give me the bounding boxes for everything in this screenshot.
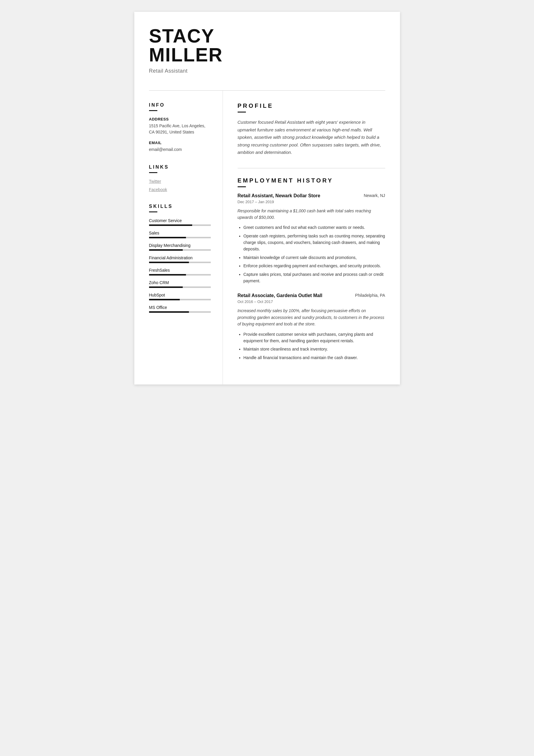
skills-title: SKILLS bbox=[149, 204, 211, 209]
job-location: Philadelphia, PA bbox=[355, 293, 385, 298]
employment-divider bbox=[238, 168, 385, 168]
job-header: Retail Assistant, Newark Dollar StoreNew… bbox=[238, 193, 385, 199]
link-item-twitter[interactable]: Twitter bbox=[149, 179, 211, 184]
links-list: TwitterFacebook bbox=[149, 179, 211, 192]
sidebar: INFO ADDRESS 1515 Pacific Ave, Los Angel… bbox=[134, 91, 223, 385]
skill-bar-fill bbox=[149, 274, 186, 276]
skills-section: SKILLS Customer ServiceSalesDisplay Merc… bbox=[149, 204, 211, 313]
skill-bar-fill bbox=[149, 249, 183, 251]
skill-bar-container bbox=[149, 262, 211, 263]
job-title: Retail Associate, Gardenia Outlet Mall bbox=[238, 293, 323, 298]
skills-list: Customer ServiceSalesDisplay Merchandisi… bbox=[149, 218, 211, 313]
links-title: LINKS bbox=[149, 165, 211, 170]
job-bullet: Enforce policies regarding payment and e… bbox=[244, 262, 385, 269]
candidate-name: STACY MILLER bbox=[149, 27, 385, 65]
skill-item: MS Office bbox=[149, 305, 211, 313]
job-bullet: Greet customers and find out what each c… bbox=[244, 224, 385, 230]
skill-bar-container bbox=[149, 237, 211, 238]
skill-item: HubSpot bbox=[149, 293, 211, 300]
skill-name: Financial Administration bbox=[149, 256, 211, 260]
job-dates: Dec 2017 – Jan 2019 bbox=[238, 200, 385, 204]
skill-name: MS Office bbox=[149, 305, 211, 310]
header-section: STACY MILLER Retail Assistant bbox=[134, 12, 400, 83]
job-bullets: Provide excellent customer service with … bbox=[238, 331, 385, 361]
skill-bar-container bbox=[149, 286, 211, 288]
skill-bar-fill bbox=[149, 299, 180, 300]
job-bullet: Maintain knowledge of current sale disco… bbox=[244, 254, 385, 261]
skill-bar-fill bbox=[149, 225, 192, 226]
skill-bar-container bbox=[149, 274, 211, 276]
job-bullet: Capture sales prices, total purchases an… bbox=[244, 271, 385, 284]
skill-name: Display Merchandising bbox=[149, 243, 211, 248]
skill-bar-fill bbox=[149, 311, 189, 313]
skill-item: Customer Service bbox=[149, 218, 211, 226]
info-section: INFO ADDRESS 1515 Pacific Ave, Los Angel… bbox=[149, 102, 211, 153]
jobs-list: Retail Assistant, Newark Dollar StoreNew… bbox=[238, 193, 385, 361]
email-label: EMAIL bbox=[149, 141, 211, 145]
job-bullets: Greet customers and find out what each c… bbox=[238, 224, 385, 284]
skill-bar-container bbox=[149, 249, 211, 251]
employment-title: EMPLOYMENT HISTORY bbox=[238, 177, 385, 184]
skill-item: Display Merchandising bbox=[149, 243, 211, 251]
skill-bar-fill bbox=[149, 286, 183, 288]
profile-section: PROFILE Customer focused Retail Assistan… bbox=[238, 102, 385, 156]
skill-bar-container bbox=[149, 299, 211, 300]
skill-name: HubSpot bbox=[149, 293, 211, 297]
main-content: INFO ADDRESS 1515 Pacific Ave, Los Angel… bbox=[134, 91, 400, 385]
job-summary: Increased monthly sales by 100%, after f… bbox=[238, 308, 385, 327]
job-bullet: Operate cash registers, performing tasks… bbox=[244, 233, 385, 253]
job-entry: Retail Assistant, Newark Dollar StoreNew… bbox=[238, 193, 385, 284]
skill-name: Zoho CRM bbox=[149, 280, 211, 285]
skill-name: Customer Service bbox=[149, 218, 211, 223]
job-dates: Oct 2016 – Oct 2017 bbox=[238, 299, 385, 304]
job-bullet: Maintain store cleanliness and track inv… bbox=[244, 346, 385, 352]
skill-bar-container bbox=[149, 225, 211, 226]
candidate-title: Retail Assistant bbox=[149, 68, 385, 74]
skill-name: FreshSales bbox=[149, 268, 211, 273]
profile-text: Customer focused Retail Assistant with e… bbox=[238, 119, 385, 156]
job-header: Retail Associate, Gardenia Outlet MallPh… bbox=[238, 293, 385, 298]
skill-bar-fill bbox=[149, 262, 189, 263]
skills-title-bar bbox=[149, 211, 157, 212]
links-section: LINKS TwitterFacebook bbox=[149, 165, 211, 192]
job-summary: Responsible for maintaining a $1,000 cas… bbox=[238, 208, 385, 221]
links-title-bar bbox=[149, 172, 157, 173]
address-value: 1515 Pacific Ave, Los Angeles, CA 90291,… bbox=[149, 123, 211, 135]
skill-name: Sales bbox=[149, 230, 211, 235]
skill-bar-container bbox=[149, 311, 211, 313]
resume-container: STACY MILLER Retail Assistant INFO ADDRE… bbox=[134, 12, 400, 385]
profile-title-bar bbox=[238, 112, 246, 113]
job-entry: Retail Associate, Gardenia Outlet MallPh… bbox=[238, 293, 385, 361]
employment-section: EMPLOYMENT HISTORY Retail Assistant, New… bbox=[238, 177, 385, 361]
skill-item: Financial Administration bbox=[149, 256, 211, 263]
skill-bar-fill bbox=[149, 237, 186, 238]
skill-item: FreshSales bbox=[149, 268, 211, 276]
profile-title: PROFILE bbox=[238, 102, 385, 109]
info-title: INFO bbox=[149, 102, 211, 108]
skill-item: Sales bbox=[149, 230, 211, 238]
right-content: PROFILE Customer focused Retail Assistan… bbox=[223, 91, 400, 385]
info-title-bar bbox=[149, 110, 157, 111]
job-location: Newark, NJ bbox=[364, 193, 385, 198]
job-title: Retail Assistant, Newark Dollar Store bbox=[238, 193, 320, 199]
job-bullet: Provide excellent customer service with … bbox=[244, 331, 385, 344]
link-item-facebook[interactable]: Facebook bbox=[149, 187, 211, 192]
skill-item: Zoho CRM bbox=[149, 280, 211, 288]
address-label: ADDRESS bbox=[149, 117, 211, 122]
job-bullet: Handle all financial transactions and ma… bbox=[244, 354, 385, 361]
email-value: email@email.com bbox=[149, 147, 211, 153]
employment-title-bar bbox=[238, 186, 246, 187]
